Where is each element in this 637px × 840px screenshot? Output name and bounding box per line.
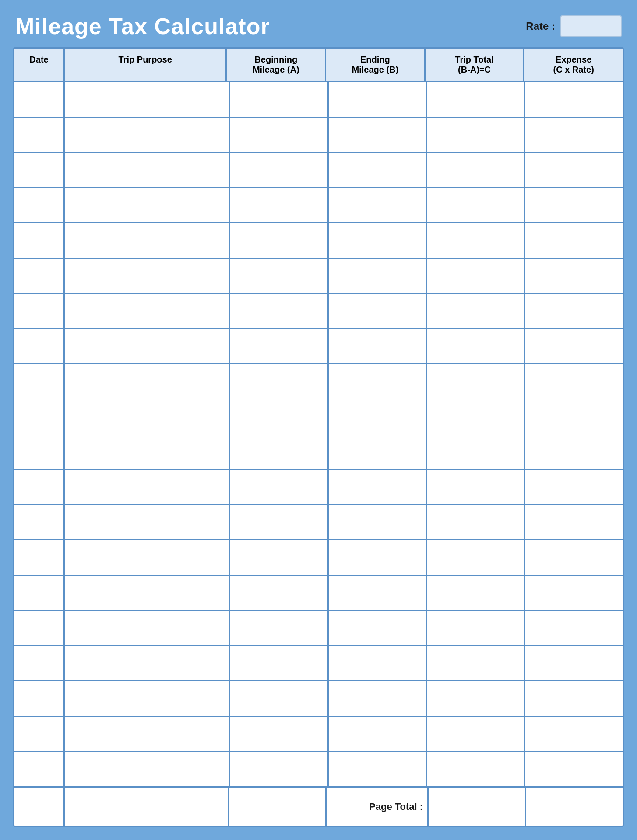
cell-date-2[interactable] bbox=[14, 153, 65, 187]
cell-purpose-0[interactable] bbox=[65, 82, 230, 117]
cell-expense-6[interactable] bbox=[525, 294, 623, 328]
cell-trip-12[interactable] bbox=[427, 505, 526, 540]
cell-end-1[interactable] bbox=[329, 118, 427, 152]
cell-begin-9[interactable] bbox=[230, 399, 329, 434]
cell-purpose-5[interactable] bbox=[65, 259, 230, 293]
cell-purpose-12[interactable] bbox=[65, 505, 230, 540]
cell-date-7[interactable] bbox=[14, 329, 65, 364]
cell-purpose-19[interactable] bbox=[65, 752, 230, 786]
cell-expense-12[interactable] bbox=[525, 505, 623, 540]
cell-end-16[interactable] bbox=[329, 646, 427, 681]
cell-purpose-10[interactable] bbox=[65, 434, 230, 469]
cell-begin-4[interactable] bbox=[230, 223, 329, 258]
cell-begin-1[interactable] bbox=[230, 118, 329, 152]
cell-end-3[interactable] bbox=[329, 188, 427, 223]
cell-trip-3[interactable] bbox=[427, 188, 526, 223]
cell-begin-14[interactable] bbox=[230, 576, 329, 610]
cell-date-14[interactable] bbox=[14, 576, 65, 610]
cell-end-4[interactable] bbox=[329, 223, 427, 258]
cell-expense-11[interactable] bbox=[525, 470, 623, 504]
cell-begin-5[interactable] bbox=[230, 259, 329, 293]
cell-expense-19[interactable] bbox=[525, 752, 623, 786]
cell-begin-10[interactable] bbox=[230, 434, 329, 469]
cell-end-19[interactable] bbox=[329, 752, 427, 786]
cell-begin-18[interactable] bbox=[230, 717, 329, 751]
cell-date-19[interactable] bbox=[14, 752, 65, 786]
cell-date-5[interactable] bbox=[14, 259, 65, 293]
cell-date-17[interactable] bbox=[14, 681, 65, 716]
cell-trip-6[interactable] bbox=[427, 294, 526, 328]
cell-trip-1[interactable] bbox=[427, 118, 526, 152]
cell-begin-2[interactable] bbox=[230, 153, 329, 187]
cell-date-16[interactable] bbox=[14, 646, 65, 681]
cell-expense-17[interactable] bbox=[525, 681, 623, 716]
cell-date-15[interactable] bbox=[14, 611, 65, 645]
cell-date-1[interactable] bbox=[14, 118, 65, 152]
cell-trip-15[interactable] bbox=[427, 611, 526, 645]
cell-purpose-7[interactable] bbox=[65, 329, 230, 364]
cell-purpose-8[interactable] bbox=[65, 364, 230, 399]
cell-trip-13[interactable] bbox=[427, 540, 526, 575]
cell-date-0[interactable] bbox=[14, 82, 65, 117]
cell-expense-14[interactable] bbox=[525, 576, 623, 610]
cell-begin-13[interactable] bbox=[230, 540, 329, 575]
cell-trip-18[interactable] bbox=[427, 717, 526, 751]
cell-expense-3[interactable] bbox=[525, 188, 623, 223]
cell-end-8[interactable] bbox=[329, 364, 427, 399]
cell-end-11[interactable] bbox=[329, 470, 427, 504]
cell-trip-14[interactable] bbox=[427, 576, 526, 610]
cell-date-10[interactable] bbox=[14, 434, 65, 469]
cell-purpose-4[interactable] bbox=[65, 223, 230, 258]
cell-end-2[interactable] bbox=[329, 153, 427, 187]
cell-trip-17[interactable] bbox=[427, 681, 526, 716]
cell-purpose-15[interactable] bbox=[65, 611, 230, 645]
cell-date-13[interactable] bbox=[14, 540, 65, 575]
cell-date-3[interactable] bbox=[14, 188, 65, 223]
cell-expense-5[interactable] bbox=[525, 259, 623, 293]
cell-expense-15[interactable] bbox=[525, 611, 623, 645]
cell-end-14[interactable] bbox=[329, 576, 427, 610]
cell-end-7[interactable] bbox=[329, 329, 427, 364]
cell-expense-7[interactable] bbox=[525, 329, 623, 364]
cell-purpose-17[interactable] bbox=[65, 681, 230, 716]
cell-expense-1[interactable] bbox=[525, 118, 623, 152]
cell-expense-10[interactable] bbox=[525, 434, 623, 469]
cell-expense-9[interactable] bbox=[525, 399, 623, 434]
cell-date-8[interactable] bbox=[14, 364, 65, 399]
cell-trip-8[interactable] bbox=[427, 364, 526, 399]
cell-begin-12[interactable] bbox=[230, 505, 329, 540]
cell-purpose-2[interactable] bbox=[65, 153, 230, 187]
cell-begin-8[interactable] bbox=[230, 364, 329, 399]
cell-begin-0[interactable] bbox=[230, 82, 329, 117]
cell-begin-16[interactable] bbox=[230, 646, 329, 681]
cell-end-18[interactable] bbox=[329, 717, 427, 751]
cell-expense-2[interactable] bbox=[525, 153, 623, 187]
cell-begin-7[interactable] bbox=[230, 329, 329, 364]
cell-expense-0[interactable] bbox=[525, 82, 623, 117]
cell-begin-17[interactable] bbox=[230, 681, 329, 716]
cell-expense-8[interactable] bbox=[525, 364, 623, 399]
cell-end-17[interactable] bbox=[329, 681, 427, 716]
cell-date-6[interactable] bbox=[14, 294, 65, 328]
cell-purpose-11[interactable] bbox=[65, 470, 230, 504]
cell-purpose-18[interactable] bbox=[65, 717, 230, 751]
cell-trip-0[interactable] bbox=[427, 82, 526, 117]
cell-end-15[interactable] bbox=[329, 611, 427, 645]
cell-trip-9[interactable] bbox=[427, 399, 526, 434]
cell-expense-4[interactable] bbox=[525, 223, 623, 258]
cell-trip-4[interactable] bbox=[427, 223, 526, 258]
cell-trip-19[interactable] bbox=[427, 752, 526, 786]
cell-date-12[interactable] bbox=[14, 505, 65, 540]
cell-expense-16[interactable] bbox=[525, 646, 623, 681]
cell-purpose-9[interactable] bbox=[65, 399, 230, 434]
cell-purpose-6[interactable] bbox=[65, 294, 230, 328]
cell-end-6[interactable] bbox=[329, 294, 427, 328]
cell-begin-11[interactable] bbox=[230, 470, 329, 504]
cell-date-9[interactable] bbox=[14, 399, 65, 434]
cell-purpose-14[interactable] bbox=[65, 576, 230, 610]
cell-purpose-13[interactable] bbox=[65, 540, 230, 575]
cell-begin-6[interactable] bbox=[230, 294, 329, 328]
cell-trip-16[interactable] bbox=[427, 646, 526, 681]
cell-date-11[interactable] bbox=[14, 470, 65, 504]
cell-date-4[interactable] bbox=[14, 223, 65, 258]
